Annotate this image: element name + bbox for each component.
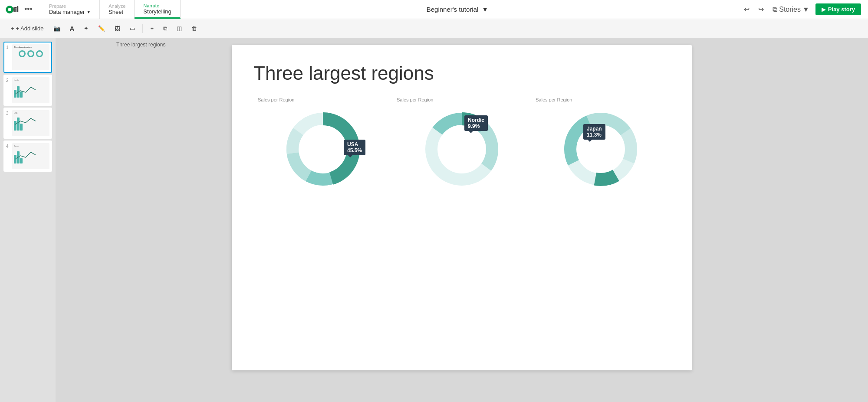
slide-thumb-2: Nordic [12,77,49,103]
top-nav: ••• Prepare Data manager ▼ Analyze Sheet… [0,0,868,19]
prepare-dropdown-icon: ▼ [86,10,91,14]
delete-icon: 🗑 [191,25,197,32]
slide-item-2[interactable]: 2 Nordic [3,75,52,106]
pen-button[interactable]: ✏️ [94,23,109,34]
nav-center: Beginner's tutorial ▼ [181,0,735,19]
nav-analyze-title: Analyze [108,3,125,9]
slide-canvas: Three largest regions Sales per Region [232,45,692,370]
chart-3-tooltip: Japan 11.3% [583,124,605,140]
chart-2-tooltip-value: 9.9% [468,123,480,129]
slide-item-3[interactable]: 3 USA [3,108,52,139]
nav-title-chevron: ▼ [482,6,488,13]
chart-2-tooltip: Nordic 9.9% [464,115,488,131]
add-object-icon: + [150,25,154,32]
nav-narrate[interactable]: Narrate Storytelling [135,0,180,19]
slide-label-text: Three largest regions [116,42,165,48]
chart-3-label: Sales per Region [536,97,572,102]
nav-prepare-title: Prepare [49,3,91,9]
svg-point-1 [8,8,11,11]
media-icon: ▭ [130,25,135,32]
svg-rect-5 [17,6,19,12]
media-button[interactable]: ▭ [126,23,139,34]
chart-1-tooltip: USA 45.5% [344,140,365,155]
slide-thumb-3: USA [12,110,49,136]
camera-icon: 📷 [53,25,60,32]
nav-analyze-value: Sheet [108,9,125,15]
chart-2-label: Sales per Region [397,97,433,102]
svg-point-4 [15,7,16,8]
chart-2: Sales per Region Nordic [397,97,527,193]
slide-title: Three largest regions [253,62,670,84]
chart-2-area: Nordic 9.9% [418,106,505,193]
copy-icon: ◫ [177,25,182,32]
nav-right: ↩ ↪ ⧉ Stories ▼ ▶ Play story [734,0,868,19]
snapshot-button[interactable]: 📷 [49,23,64,34]
svg-rect-2 [13,7,15,12]
image-icon: 🖼 [115,25,120,32]
slide-number-3: 3 [6,111,10,116]
chart-2-svg [418,106,505,193]
slides-panel: 1 Three largest regions 2 Nordic [0,38,56,402]
stories-chevron: ▼ [802,6,809,13]
chart-1-area: USA 45.5% [279,106,366,193]
slide-item-4[interactable]: 4 Japan [3,141,52,172]
toolbar: + + Add slide 📷 A ✦ ✏️ 🖼 ▭ + ⧉ ◫ 🗑 [0,19,868,38]
nav-narrate-value: Storytelling [143,8,171,15]
slide-number-4: 4 [6,144,10,149]
chart-3-area: Japan 11.3% [557,106,644,193]
add-slide-button[interactable]: + + Add slide [7,23,48,34]
slide-number-2: 2 [6,78,10,83]
duplicate-button[interactable]: ⧉ [159,23,171,34]
slide-number-1: 1 [6,45,10,50]
nav-prepare[interactable]: Prepare Data manager ▼ [40,0,100,19]
slide-thumb-4: Japan [12,143,49,169]
nav-title-button[interactable]: Beginner's tutorial ▼ [427,6,488,13]
chart-2-tooltip-label: Nordic [468,117,484,123]
effects-icon: ✦ [84,25,89,32]
slide-item-1[interactable]: 1 Three largest regions [3,42,52,73]
more-menu-button[interactable]: ••• [22,5,35,14]
chart-1: Sales per Region [258,97,388,193]
chart-3-tooltip-label: Japan [587,126,602,132]
qlik-logo-svg [5,5,19,14]
nav-prepare-value: Data manager ▼ [49,9,91,15]
logo[interactable]: ••• [0,0,40,19]
text-button[interactable]: A [66,23,79,34]
chart-1-tooltip-label: USA [347,141,358,147]
charts-row: Sales per Region [253,97,670,193]
effects-button[interactable]: ✦ [80,23,92,34]
nav-narrate-title: Narrate [143,3,171,8]
text-icon: A [70,25,75,32]
slide-thumb-1: Three largest regions [12,44,49,70]
nav-analyze[interactable]: Analyze Sheet [100,0,135,19]
duplicate-icon: ⧉ [163,25,167,32]
play-icon: ▶ [822,7,825,13]
add-icon: + [11,25,14,32]
stories-button[interactable]: ⧉ Stories ▼ [770,4,812,15]
pen-icon: ✏️ [98,25,105,32]
separator-1 [142,24,143,33]
nav-title-text: Beginner's tutorial [427,6,479,13]
add-object-button[interactable]: + [146,23,158,34]
play-story-button[interactable]: ▶ Play story [815,3,861,15]
chart-1-label: Sales per Region [258,97,294,102]
chart-1-tooltip-value: 45.5% [347,147,362,154]
stories-icon: ⧉ [773,6,777,13]
svg-rect-3 [15,8,16,12]
chart-3-svg [557,106,644,193]
chart-3-tooltip-value: 11.3% [587,132,602,138]
image-button[interactable]: 🖼 [111,23,124,34]
main-area: 1 Three largest regions 2 Nordic [0,38,868,402]
copy-button[interactable]: ◫ [173,23,186,34]
chart-3: Sales per Region Japan [536,97,666,193]
content-area: Three largest regions Three largest regi… [56,38,868,402]
undo-button[interactable]: ↩ [741,3,752,15]
redo-button[interactable]: ↪ [756,3,766,15]
delete-button[interactable]: 🗑 [187,23,201,34]
